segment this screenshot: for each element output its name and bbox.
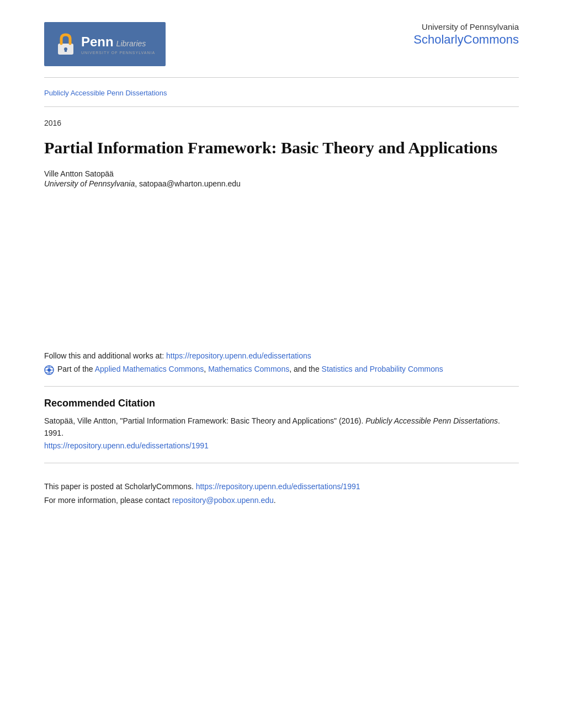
posted-section: This paper is posted at ScholarlyCommons… [44, 480, 519, 507]
year-section: 2016 [44, 118, 519, 128]
logo-subtext: UNIVERSITY OF PENNSYLVANIA [81, 51, 155, 55]
follow-text: Follow this and additional works at: htt… [44, 351, 519, 360]
title-section: Partial Information Framework: Basic The… [44, 137, 519, 158]
statistics-probability-commons-link[interactable]: Statistics and Probability Commons [322, 365, 443, 373]
part-of-line: Part of the Applied Mathematics Commons,… [44, 365, 519, 375]
penn-libraries-logo: Penn Libraries UNIVERSITY OF PENNSYLVANI… [44, 22, 166, 66]
header-right: University of Pennsylvania ScholarlyComm… [413, 22, 519, 47]
citation-text: Satopää, Ville Antton, "Partial Informat… [44, 415, 519, 452]
breadcrumb: Publicly Accessible Penn Dissertations [44, 88, 519, 107]
logo-area: Penn Libraries UNIVERSITY OF PENNSYLVANI… [44, 22, 177, 66]
follow-section: Follow this and additional works at: htt… [44, 351, 519, 387]
content-spacer [44, 197, 519, 351]
author-affiliation: University of Pennsylvania, satopaa@whar… [44, 179, 519, 188]
citation-url-link[interactable]: https://repository.upenn.edu/edissertati… [44, 441, 209, 450]
network-icon [44, 365, 54, 375]
breadcrumb-link[interactable]: Publicly Accessible Penn Dissertations [44, 89, 167, 97]
author-section: Ville Antton Satopää University of Penns… [44, 169, 519, 188]
document-title: Partial Information Framework: Basic The… [44, 137, 519, 158]
logo-libraries-text: Libraries [116, 39, 146, 48]
follow-url-link[interactable]: https://repository.upenn.edu/edissertati… [166, 351, 311, 360]
part-of-text: Part of the Applied Mathematics Commons,… [57, 365, 443, 373]
posted-text: This paper is posted at ScholarlyCommons… [44, 480, 519, 507]
year-text: 2016 [44, 119, 61, 127]
logo-penn-text: Penn [81, 34, 114, 50]
citation-heading: Recommended Citation [44, 398, 519, 409]
page-header: Penn Libraries UNIVERSITY OF PENNSYLVANI… [44, 22, 519, 78]
mathematics-commons-link[interactable]: Mathematics Commons [208, 365, 289, 373]
posted-url-link[interactable]: https://repository.upenn.edu/edissertati… [196, 482, 360, 491]
university-name: University of Pennsylvania [413, 22, 519, 31]
svg-rect-2 [65, 49, 67, 52]
applied-mathematics-commons-link[interactable]: Applied Mathematics Commons [95, 365, 204, 373]
author-name: Ville Antton Satopää [44, 169, 519, 178]
citation-section: Recommended Citation Satopää, Ville Antt… [44, 398, 519, 463]
open-access-icon [55, 33, 77, 56]
contact-email-link[interactable]: repository@pobox.upenn.edu [172, 496, 274, 505]
scholarly-commons-link[interactable]: ScholarlyCommons [413, 33, 519, 46]
